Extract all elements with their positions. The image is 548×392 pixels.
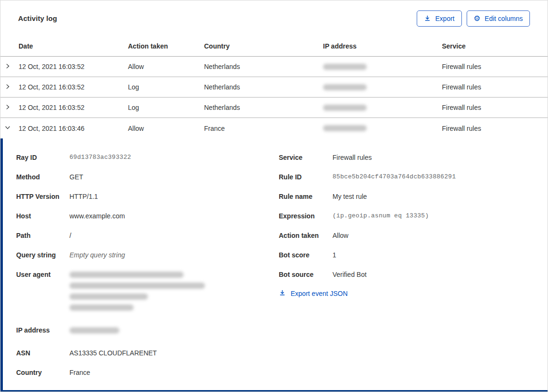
cell-ip-address: [323, 105, 442, 111]
page-title: Activity log: [18, 14, 57, 22]
detail-field-expression: Expression (ip.geoip.asnum eq 13335): [279, 211, 469, 221]
cell-country: Netherlands: [204, 83, 323, 91]
cell-action-taken: Allow: [128, 63, 204, 70]
event-detail-panel: Ray ID 69d13783ac393322 Method GET HTTP …: [0, 138, 548, 392]
detail-field-country: Country France: [16, 368, 206, 377]
cell-country: Netherlands: [204, 63, 323, 70]
cell-country: Netherlands: [204, 104, 323, 111]
redacted-ip-value: [69, 325, 206, 338]
export-button[interactable]: Export: [417, 10, 461, 27]
detail-field-bot-source: Bot source Verified Bot: [279, 270, 469, 279]
detail-field-method: Method GET: [16, 172, 206, 182]
event-detail-left-column: Ray ID 69d13783ac393322 Method GET HTTP …: [16, 153, 206, 387]
cell-service: Firewall rules: [442, 125, 548, 132]
detail-field-path: Path /: [16, 231, 206, 240]
detail-field-http-version: HTTP Version HTTP/1.1: [16, 192, 206, 201]
detail-field-rule-name: Rule name My test rule: [279, 192, 469, 201]
edit-columns-label: Edit columns: [485, 15, 523, 22]
redacted-ip-value: [323, 64, 367, 70]
column-header-service: Service: [442, 42, 548, 50]
cell-action-taken: Log: [128, 104, 204, 111]
header-actions: Export ⚙ Edit columns: [417, 10, 530, 27]
cell-date: 12 Oct, 2021 16:03:46: [19, 125, 128, 132]
redacted-user-agent-value: [69, 270, 206, 315]
topbar: Activity log Export ⚙ Edit columns: [0, 0, 548, 36]
cell-service: Firewall rules: [442, 83, 548, 91]
column-header-country: Country: [204, 42, 323, 50]
table-row-expanded[interactable]: 12 Oct, 2021 16:03:46 Allow France Firew…: [0, 118, 548, 138]
edit-columns-button[interactable]: ⚙ Edit columns: [467, 10, 530, 27]
detail-field-rule-id: Rule ID 85bce5b204cf4703a764dcb633886291: [279, 172, 469, 182]
cell-date: 12 Oct, 2021 16:03:52: [19, 104, 128, 111]
detail-field-bot-score: Bot score 1: [279, 250, 469, 260]
detail-field-host: Host www.example.com: [16, 211, 206, 221]
download-icon: [424, 15, 431, 22]
cell-country: France: [204, 125, 323, 132]
detail-field-ip-address: IP address: [16, 325, 206, 338]
detail-field-user-agent: User agent: [16, 270, 206, 315]
chevron-right-icon: [4, 104, 11, 112]
download-icon: [279, 289, 286, 298]
export-event-json-label: Export event JSON: [291, 290, 348, 297]
redacted-ip-value: [323, 105, 367, 111]
cell-service: Firewall rules: [442, 104, 548, 111]
cell-ip-address: [323, 84, 442, 90]
export-event-json-link[interactable]: Export event JSON: [279, 289, 348, 298]
column-header-date: Date: [19, 42, 128, 50]
detail-field-service: Service Firewall rules: [279, 153, 469, 162]
detail-field-query-string: Query string Empty query string: [16, 250, 206, 260]
gear-icon: ⚙: [474, 15, 480, 22]
cell-ip-address: [323, 64, 442, 70]
chevron-right-icon: [4, 83, 11, 91]
redacted-ip-value: [323, 125, 367, 131]
table-row[interactable]: 12 Oct, 2021 16:03:52 Log Netherlands Fi…: [0, 77, 548, 98]
expand-row-button[interactable]: [3, 82, 12, 92]
chevron-right-icon: [4, 63, 11, 71]
cell-action-taken: Log: [128, 83, 204, 91]
expand-row-button[interactable]: [3, 103, 12, 113]
event-detail-right-column: Service Firewall rules Rule ID 85bce5b20…: [279, 153, 469, 298]
detail-field-ray-id: Ray ID 69d13783ac393322: [16, 153, 206, 162]
column-header-ip-address: IP address: [323, 42, 442, 50]
cell-date: 12 Oct, 2021 16:03:52: [19, 63, 128, 70]
redacted-ip-value: [323, 84, 367, 90]
collapse-row-button[interactable]: [3, 123, 12, 133]
cell-service: Firewall rules: [442, 63, 548, 70]
table-header: Date Action taken Country IP address Ser…: [0, 36, 548, 57]
chevron-down-icon: [4, 124, 11, 132]
cell-action-taken: Allow: [128, 125, 204, 132]
expand-row-button[interactable]: [3, 62, 12, 72]
cell-ip-address: [323, 125, 442, 131]
cell-date: 12 Oct, 2021 16:03:52: [19, 83, 128, 91]
detail-field-action-taken: Action taken Allow: [279, 231, 469, 240]
detail-field-asn: ASN AS13335 CLOUDFLARENET: [16, 348, 206, 358]
activity-log-panel: Activity log Export ⚙ Edit columns Date …: [0, 0, 548, 392]
table-row[interactable]: 12 Oct, 2021 16:03:52 Log Netherlands Fi…: [0, 98, 548, 118]
export-button-label: Export: [435, 15, 454, 22]
table-row[interactable]: 12 Oct, 2021 16:03:52 Allow Netherlands …: [0, 57, 548, 77]
column-header-action-taken: Action taken: [128, 42, 204, 50]
